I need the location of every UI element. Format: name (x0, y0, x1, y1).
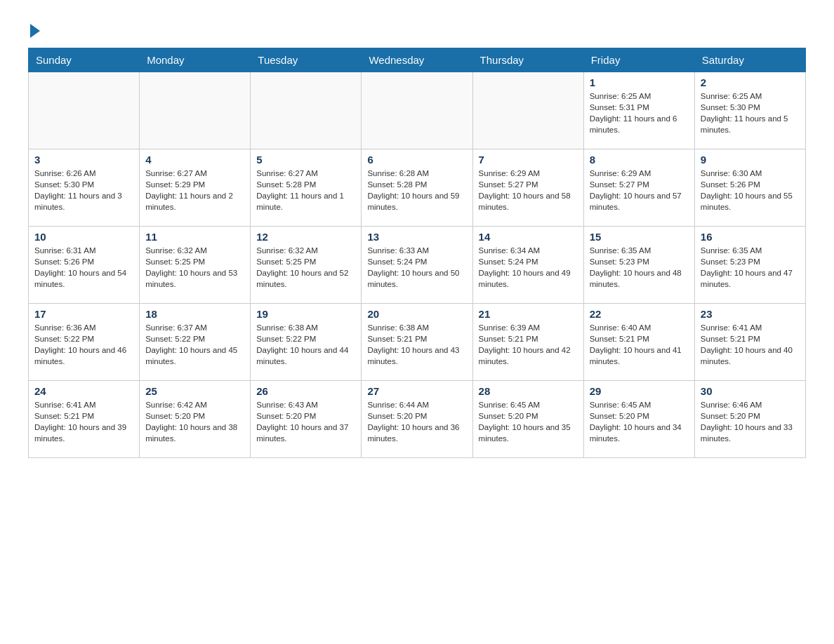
day-info: Sunrise: 6:32 AMSunset: 5:25 PMDaylight:… (145, 245, 244, 290)
day-info: Sunrise: 6:31 AMSunset: 5:26 PMDaylight:… (34, 245, 133, 290)
day-info: Sunrise: 6:41 AMSunset: 5:21 PMDaylight:… (701, 322, 800, 367)
calendar-table: SundayMondayTuesdayWednesdayThursdayFrid… (28, 48, 806, 458)
calendar-cell: 28Sunrise: 6:45 AMSunset: 5:20 PMDayligh… (472, 381, 583, 458)
day-number: 7 (479, 154, 578, 166)
day-number: 4 (145, 154, 244, 166)
day-info: Sunrise: 6:29 AMSunset: 5:27 PMDaylight:… (590, 168, 689, 213)
calendar-cell: 6Sunrise: 6:28 AMSunset: 5:28 PMDaylight… (362, 149, 472, 227)
calendar-cell: 21Sunrise: 6:39 AMSunset: 5:21 PMDayligh… (472, 304, 583, 381)
calendar-header: SundayMondayTuesdayWednesdayThursdayFrid… (29, 48, 806, 72)
calendar-cell: 23Sunrise: 6:41 AMSunset: 5:21 PMDayligh… (694, 304, 805, 381)
calendar-cell: 30Sunrise: 6:46 AMSunset: 5:20 PMDayligh… (694, 381, 805, 458)
calendar-week-row: 3Sunrise: 6:26 AMSunset: 5:30 PMDaylight… (29, 149, 806, 227)
calendar-week-row: 24Sunrise: 6:41 AMSunset: 5:21 PMDayligh… (29, 381, 806, 458)
calendar-cell: 19Sunrise: 6:38 AMSunset: 5:22 PMDayligh… (251, 304, 362, 381)
day-number: 30 (701, 385, 800, 397)
day-number: 10 (34, 231, 133, 243)
day-number: 1 (590, 76, 689, 88)
day-info: Sunrise: 6:43 AMSunset: 5:20 PMDaylight:… (256, 399, 355, 444)
day-number: 17 (34, 308, 133, 320)
calendar-cell: 10Sunrise: 6:31 AMSunset: 5:26 PMDayligh… (29, 227, 140, 304)
calendar-cell: 12Sunrise: 6:32 AMSunset: 5:25 PMDayligh… (251, 227, 362, 304)
calendar-cell: 20Sunrise: 6:38 AMSunset: 5:21 PMDayligh… (362, 304, 472, 381)
day-number: 13 (367, 231, 466, 243)
day-info: Sunrise: 6:36 AMSunset: 5:22 PMDaylight:… (34, 322, 133, 367)
day-info: Sunrise: 6:38 AMSunset: 5:21 PMDaylight:… (367, 322, 466, 367)
logo (28, 21, 40, 34)
weekday-header-wednesday: Wednesday (362, 48, 472, 72)
day-number: 25 (145, 385, 244, 397)
calendar-cell: 2Sunrise: 6:25 AMSunset: 5:30 PMDaylight… (694, 72, 805, 149)
day-number: 26 (256, 385, 355, 397)
day-info: Sunrise: 6:34 AMSunset: 5:24 PMDaylight:… (479, 245, 578, 290)
day-number: 11 (145, 231, 244, 243)
calendar-cell: 14Sunrise: 6:34 AMSunset: 5:24 PMDayligh… (472, 227, 583, 304)
day-info: Sunrise: 6:30 AMSunset: 5:26 PMDaylight:… (701, 168, 800, 213)
day-number: 8 (590, 154, 689, 166)
calendar-week-row: 17Sunrise: 6:36 AMSunset: 5:22 PMDayligh… (29, 304, 806, 381)
calendar-cell: 1Sunrise: 6:25 AMSunset: 5:31 PMDaylight… (583, 72, 694, 149)
day-number: 27 (367, 385, 466, 397)
day-info: Sunrise: 6:27 AMSunset: 5:28 PMDaylight:… (256, 168, 355, 213)
day-number: 22 (590, 308, 689, 320)
day-number: 14 (479, 231, 578, 243)
calendar-cell: 5Sunrise: 6:27 AMSunset: 5:28 PMDaylight… (251, 149, 362, 227)
day-number: 3 (34, 154, 133, 166)
day-info: Sunrise: 6:25 AMSunset: 5:30 PMDaylight:… (701, 90, 800, 135)
calendar-cell: 22Sunrise: 6:40 AMSunset: 5:21 PMDayligh… (583, 304, 694, 381)
day-info: Sunrise: 6:26 AMSunset: 5:30 PMDaylight:… (34, 168, 133, 213)
calendar-cell: 24Sunrise: 6:41 AMSunset: 5:21 PMDayligh… (29, 381, 140, 458)
page-header (28, 21, 806, 34)
calendar-cell: 29Sunrise: 6:45 AMSunset: 5:20 PMDayligh… (583, 381, 694, 458)
day-info: Sunrise: 6:46 AMSunset: 5:20 PMDaylight:… (701, 399, 800, 444)
day-number: 2 (701, 76, 800, 88)
weekday-header-monday: Monday (140, 48, 251, 72)
day-number: 19 (256, 308, 355, 320)
day-info: Sunrise: 6:35 AMSunset: 5:23 PMDaylight:… (590, 245, 689, 290)
day-info: Sunrise: 6:45 AMSunset: 5:20 PMDaylight:… (479, 399, 578, 444)
day-info: Sunrise: 6:44 AMSunset: 5:20 PMDaylight:… (367, 399, 466, 444)
day-info: Sunrise: 6:32 AMSunset: 5:25 PMDaylight:… (256, 245, 355, 290)
calendar-week-row: 1Sunrise: 6:25 AMSunset: 5:31 PMDaylight… (29, 72, 806, 149)
calendar-cell: 18Sunrise: 6:37 AMSunset: 5:22 PMDayligh… (140, 304, 251, 381)
day-number: 9 (701, 154, 800, 166)
calendar-cell (362, 72, 472, 149)
calendar-cell: 9Sunrise: 6:30 AMSunset: 5:26 PMDaylight… (694, 149, 805, 227)
calendar-body: 1Sunrise: 6:25 AMSunset: 5:31 PMDaylight… (29, 72, 806, 458)
calendar-cell (140, 72, 251, 149)
calendar-cell (251, 72, 362, 149)
day-info: Sunrise: 6:33 AMSunset: 5:24 PMDaylight:… (367, 245, 466, 290)
day-info: Sunrise: 6:25 AMSunset: 5:31 PMDaylight:… (590, 90, 689, 135)
calendar-cell: 13Sunrise: 6:33 AMSunset: 5:24 PMDayligh… (362, 227, 472, 304)
day-info: Sunrise: 6:27 AMSunset: 5:29 PMDaylight:… (145, 168, 244, 213)
day-info: Sunrise: 6:28 AMSunset: 5:28 PMDaylight:… (367, 168, 466, 213)
weekday-header-tuesday: Tuesday (251, 48, 362, 72)
day-number: 23 (701, 308, 800, 320)
day-info: Sunrise: 6:38 AMSunset: 5:22 PMDaylight:… (256, 322, 355, 367)
day-info: Sunrise: 6:29 AMSunset: 5:27 PMDaylight:… (479, 168, 578, 213)
logo-arrow-icon (30, 24, 40, 38)
calendar-week-row: 10Sunrise: 6:31 AMSunset: 5:26 PMDayligh… (29, 227, 806, 304)
calendar-cell (29, 72, 140, 149)
day-number: 16 (701, 231, 800, 243)
day-info: Sunrise: 6:45 AMSunset: 5:20 PMDaylight:… (590, 399, 689, 444)
day-number: 28 (479, 385, 578, 397)
day-number: 18 (145, 308, 244, 320)
day-number: 21 (479, 308, 578, 320)
calendar-cell: 15Sunrise: 6:35 AMSunset: 5:23 PMDayligh… (583, 227, 694, 304)
day-info: Sunrise: 6:39 AMSunset: 5:21 PMDaylight:… (479, 322, 578, 367)
weekday-header-thursday: Thursday (472, 48, 583, 72)
day-info: Sunrise: 6:41 AMSunset: 5:21 PMDaylight:… (34, 399, 133, 444)
calendar-cell: 11Sunrise: 6:32 AMSunset: 5:25 PMDayligh… (140, 227, 251, 304)
weekday-header-row: SundayMondayTuesdayWednesdayThursdayFrid… (29, 48, 806, 72)
day-number: 29 (590, 385, 689, 397)
calendar-cell (472, 72, 583, 149)
calendar-cell: 7Sunrise: 6:29 AMSunset: 5:27 PMDaylight… (472, 149, 583, 227)
calendar-cell: 8Sunrise: 6:29 AMSunset: 5:27 PMDaylight… (583, 149, 694, 227)
day-number: 15 (590, 231, 689, 243)
calendar-cell: 4Sunrise: 6:27 AMSunset: 5:29 PMDaylight… (140, 149, 251, 227)
calendar-cell: 26Sunrise: 6:43 AMSunset: 5:20 PMDayligh… (251, 381, 362, 458)
day-number: 5 (256, 154, 355, 166)
day-info: Sunrise: 6:37 AMSunset: 5:22 PMDaylight:… (145, 322, 244, 367)
calendar-cell: 16Sunrise: 6:35 AMSunset: 5:23 PMDayligh… (694, 227, 805, 304)
